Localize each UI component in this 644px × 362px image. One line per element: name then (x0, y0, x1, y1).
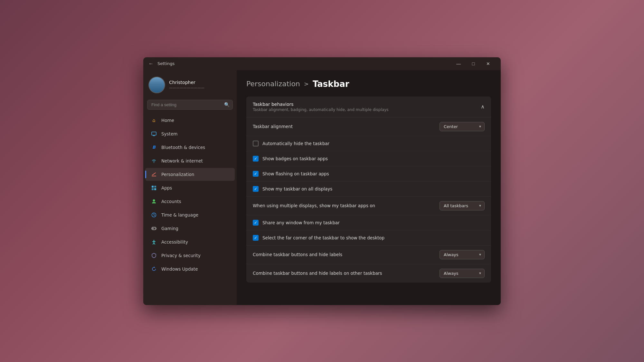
sidebar-label-update: Windows Update (161, 266, 198, 272)
avatar-image (149, 77, 165, 93)
taskbar-alignment-value: Center (444, 124, 458, 129)
svg-rect-7 (154, 186, 156, 188)
svg-point-3 (154, 162, 154, 163)
combine-buttons-other-row: Combine taskbar buttons and hide labels … (246, 264, 491, 283)
section-header-info: Taskbar behaviors Taskbar alignment, bad… (253, 102, 389, 112)
show-flashing-label: Show flashing on taskbar apps (262, 171, 329, 176)
accessibility-icon (150, 238, 157, 246)
sidebar-label-accessibility: Accessibility (161, 239, 188, 245)
titlebar: ← Settings — □ ✕ (143, 57, 501, 70)
svg-rect-8 (152, 188, 154, 190)
dropdown-arrow-displays: ▾ (479, 203, 481, 208)
show-all-displays-label: Show my taskbar on all displays (262, 186, 332, 191)
sidebar-label-personalization: Personalization (161, 172, 194, 177)
sidebar-label-time: Time & language (161, 212, 198, 218)
sidebar-label-apps: Apps (161, 185, 172, 190)
bluetooth-icon: B (150, 144, 157, 151)
auto-hide-label: Automatically hide the taskbar (262, 141, 329, 146)
sidebar-label-accounts: Accounts (161, 199, 181, 204)
show-all-displays-checkbox-wrap: Show my taskbar on all displays (253, 186, 332, 192)
svg-rect-9 (154, 188, 156, 190)
svg-rect-4 (152, 176, 156, 176)
svg-point-10 (153, 199, 155, 201)
svg-rect-6 (152, 186, 154, 188)
home-icon: ⌂ (150, 117, 157, 124)
user-info: Christopher —————————— (169, 80, 204, 90)
sidebar-item-network[interactable]: Network & internet (145, 154, 235, 167)
svg-marker-24 (154, 266, 155, 268)
multiple-displays-row: When using multiple displays, show my ta… (246, 197, 491, 215)
sidebar-item-system[interactable]: System (145, 127, 235, 140)
combine-buttons-other-dropdown[interactable]: Always ▾ (440, 269, 485, 278)
maximize-button[interactable]: □ (466, 59, 481, 69)
sidebar-label-system: System (161, 131, 177, 136)
svg-line-5 (152, 173, 156, 175)
sidebar-item-accessibility[interactable]: Accessibility (145, 236, 235, 248)
taskbar-alignment-row: Taskbar alignment Center ▾ (246, 117, 491, 136)
window-title: Settings (157, 61, 451, 66)
taskbar-alignment-label: Taskbar alignment (253, 124, 293, 129)
multiple-displays-value: All taskbars (444, 203, 468, 208)
auto-hide-row: Automatically hide the taskbar (246, 136, 491, 151)
user-name: Christopher (169, 80, 204, 85)
svg-rect-0 (152, 132, 156, 135)
sidebar-item-apps[interactable]: Apps (145, 181, 235, 194)
section-subtitle: Taskbar alignment, badging, automaticall… (253, 107, 389, 112)
taskbar-behaviors-section: Taskbar behaviors Taskbar alignment, bad… (246, 97, 491, 283)
update-icon (150, 265, 157, 273)
sidebar-item-privacy[interactable]: Privacy & security (145, 249, 235, 262)
sidebar-label-home: Home (161, 118, 174, 123)
sidebar-label-network: Network & internet (161, 158, 203, 163)
sidebar-item-personalization[interactable]: Personalization (145, 168, 235, 181)
auto-hide-checkbox[interactable] (253, 141, 259, 146)
combine-buttons-row: Combine taskbar buttons and hide labels … (246, 246, 491, 264)
share-window-row: Share any window from my taskbar (246, 215, 491, 230)
show-flashing-checkbox[interactable] (253, 171, 259, 177)
sidebar-item-bluetooth[interactable]: B Bluetooth & devices (145, 141, 235, 154)
privacy-icon (150, 252, 157, 259)
section-collapse-icon[interactable]: ∧ (481, 104, 485, 110)
svg-line-13 (154, 215, 155, 216)
combine-buttons-dropdown[interactable]: Always ▾ (440, 250, 485, 259)
sidebar-item-accounts[interactable]: Accounts (145, 195, 235, 208)
show-desktop-checkbox[interactable] (253, 235, 259, 241)
page-header: Personalization > Taskbar (246, 79, 491, 89)
share-window-label: Share any window from my taskbar (262, 220, 340, 225)
show-flashing-checkbox-wrap: Show flashing on taskbar apps (253, 171, 329, 177)
sidebar-item-update[interactable]: Windows Update (145, 263, 235, 275)
sidebar-item-home[interactable]: ⌂ Home (145, 114, 235, 127)
show-all-displays-row: Show my taskbar on all displays (246, 181, 491, 197)
sidebar-item-time[interactable]: Time & language (145, 209, 235, 221)
svg-point-18 (155, 228, 156, 229)
sidebar-item-gaming[interactable]: Gaming (145, 222, 235, 235)
multiple-displays-dropdown[interactable]: All taskbars ▾ (440, 201, 485, 210)
share-window-checkbox[interactable] (253, 220, 259, 226)
share-window-checkbox-wrap: Share any window from my taskbar (253, 220, 340, 226)
taskbar-alignment-dropdown[interactable]: Center ▾ (440, 122, 485, 131)
search-box: 🔍 (147, 100, 233, 110)
combine-buttons-other-label: Combine taskbar buttons and hide labels … (253, 271, 382, 276)
combine-buttons-label: Combine taskbar buttons and hide labels (253, 252, 342, 257)
section-header[interactable]: Taskbar behaviors Taskbar alignment, bad… (246, 97, 491, 117)
svg-point-17 (155, 228, 155, 228)
back-button[interactable]: ← (148, 61, 154, 67)
close-button[interactable]: ✕ (481, 59, 496, 69)
active-indicator (145, 171, 146, 178)
user-profile: Christopher —————————— (143, 73, 237, 98)
sidebar-label-bluetooth: Bluetooth & devices (161, 145, 205, 150)
accounts-icon (150, 198, 157, 205)
show-flashing-row: Show flashing on taskbar apps (246, 166, 491, 181)
search-input[interactable] (147, 100, 233, 110)
show-badges-checkbox[interactable] (253, 156, 259, 162)
apps-icon (150, 184, 157, 191)
breadcrumb-current: Taskbar (313, 79, 349, 89)
show-badges-checkbox-wrap: Show badges on taskbar apps (253, 156, 328, 162)
dropdown-arrow-combine-other: ▾ (479, 271, 481, 275)
breadcrumb-parent: Personalization (246, 80, 300, 88)
avatar (148, 77, 165, 93)
user-subtitle: —————————— (169, 86, 204, 90)
search-icon: 🔍 (224, 102, 230, 107)
show-all-displays-checkbox[interactable] (253, 186, 259, 192)
minimize-button[interactable]: — (451, 59, 466, 69)
sidebar-label-privacy: Privacy & security (161, 253, 201, 258)
